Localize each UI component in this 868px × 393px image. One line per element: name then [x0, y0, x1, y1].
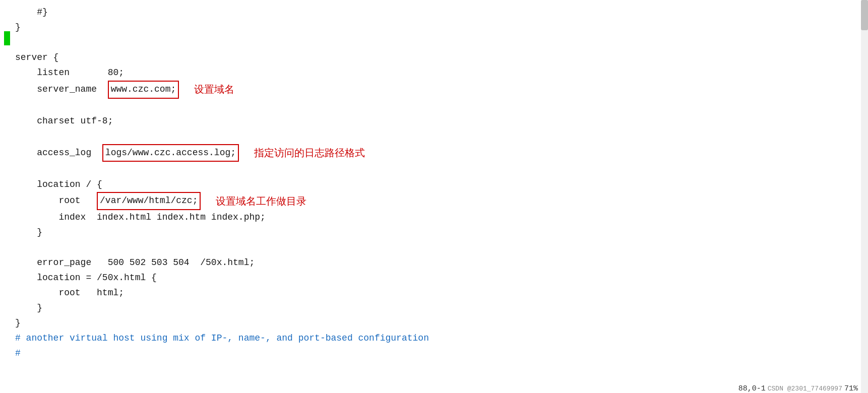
- code-text-17: error_page 500 502 503 504 /50x.html;: [15, 255, 255, 271]
- code-comment-22: # another virtual host using mix of IP-,…: [15, 331, 429, 346]
- code-line-5: listen 80;: [15, 66, 868, 81]
- access-log-highlight: logs/www.czc.access.log;: [102, 144, 239, 162]
- code-text-19: root html;: [15, 286, 124, 301]
- code-line-23: #: [15, 346, 868, 361]
- code-text-8: charset utf-8;: [15, 114, 113, 129]
- code-line-14: index index.html index.htm index.php;: [15, 210, 868, 225]
- code-text-13-key: root: [15, 193, 97, 209]
- code-line-21: }: [15, 316, 868, 331]
- code-line-18: location = /50x.html {: [15, 271, 868, 286]
- code-text-2: }: [15, 20, 21, 35]
- annotation-root: 设置域名工作做目录: [216, 193, 306, 210]
- code-line-1: #}: [15, 5, 868, 20]
- scrollbar-thumb[interactable]: [861, 0, 868, 30]
- server-name-highlight: www.czc.com;: [108, 81, 179, 99]
- code-line-7: [15, 99, 868, 114]
- status-percent: 71%: [844, 384, 858, 393]
- code-line-13: root /var/www/html/czc; 设置域名工作做目录: [15, 192, 868, 210]
- code-line-8: charset utf-8;: [15, 114, 868, 129]
- code-text-20: }: [15, 301, 42, 316]
- status-csdn: CSDN @2301_77469997: [768, 385, 842, 392]
- code-text-10-key: access_log: [15, 146, 102, 161]
- scrollbar[interactable]: [861, 0, 868, 393]
- code-line-10: access_log logs/www.czc.access.log; 指定访问…: [15, 144, 868, 162]
- code-text-4: server {: [15, 50, 58, 66]
- cursor-bar: [4, 31, 10, 45]
- code-text-12: location / {: [15, 177, 102, 192]
- annotation-log: 指定访问的日志路径格式: [254, 145, 365, 161]
- code-line-11: [15, 162, 868, 177]
- code-text-5: listen 80;: [15, 66, 124, 81]
- code-text-15: }: [15, 225, 42, 240]
- code-line-4: server {: [15, 50, 868, 66]
- code-area: #} } server { listen 80; server_name www…: [0, 5, 868, 361]
- code-line-9: [15, 129, 868, 144]
- code-text-6-key: server_name: [15, 82, 108, 97]
- status-bar: 88,0-1 CSDN @2301_77469997 71%: [738, 384, 858, 393]
- code-line-6: server_name www.czc.com; 设置域名: [15, 81, 868, 99]
- code-line-19: root html;: [15, 286, 868, 301]
- code-line-12: location / {: [15, 177, 868, 192]
- code-text-21: }: [15, 316, 21, 331]
- code-line-3: [15, 35, 868, 50]
- root-highlight: /var/www/html/czc;: [97, 192, 201, 210]
- code-text-18: location = /50x.html {: [15, 271, 157, 286]
- code-comment-23: #: [15, 346, 21, 361]
- annotation-domain: 设置域名: [194, 81, 234, 98]
- code-line-2: }: [15, 20, 868, 35]
- code-line-16: [15, 240, 868, 255]
- code-text-1: #}: [15, 5, 48, 20]
- code-line-20: }: [15, 301, 868, 316]
- code-text-14: index index.html index.htm index.php;: [15, 210, 266, 225]
- code-line-15: }: [15, 225, 868, 240]
- editor-container: #} } server { listen 80; server_name www…: [0, 0, 868, 393]
- status-position: 88,0-1: [738, 384, 766, 393]
- code-line-17: error_page 500 502 503 504 /50x.html;: [15, 255, 868, 271]
- code-line-22: # another virtual host using mix of IP-,…: [15, 331, 868, 346]
